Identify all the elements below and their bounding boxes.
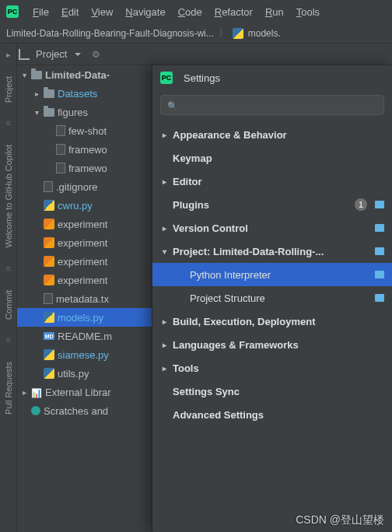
breadcrumb: Limited-Data-Rolling-Bearing-Fault-Diagn…	[0, 23, 392, 44]
side-tab-welcome-to-github-copilot[interactable]: Welcome to GitHub Copilot	[2, 140, 15, 252]
tree-label: experiment	[58, 237, 107, 249]
settings-title: Settings	[184, 72, 220, 84]
text-icon	[44, 181, 53, 192]
project-icon	[19, 49, 30, 60]
pyo-icon	[44, 237, 54, 248]
tree-item[interactable]: framewo	[17, 159, 173, 177]
chevron-right-icon: 〉	[219, 26, 228, 40]
tree-label: experiment	[58, 219, 107, 230]
menu-refactor[interactable]: Refactor	[208, 3, 259, 21]
settings-item[interactable]: Project Structure	[152, 286, 392, 310]
settings-label: Advanced Settings	[173, 409, 264, 421]
tree-item[interactable]: models.py	[17, 308, 173, 327]
tree-item[interactable]: .gitignore	[17, 177, 173, 196]
settings-item[interactable]: Keymap	[152, 146, 392, 170]
settings-item[interactable]: Build, Execution, Deployment	[152, 310, 392, 333]
settings-search-input[interactable]	[183, 100, 377, 110]
menu-view[interactable]: View	[85, 3, 119, 21]
tree-item[interactable]: metadata.tx	[17, 289, 173, 308]
tree-item[interactable]: few-shot	[17, 121, 173, 140]
side-tab-commit[interactable]: Commit	[2, 285, 15, 324]
current-project-icon	[375, 271, 384, 278]
chevron-down-icon[interactable]	[75, 53, 81, 56]
watermark: CSDN @登山望楼	[296, 513, 384, 527]
settings-item[interactable]: Project: Limited-Data-Rolling-...	[152, 240, 392, 263]
tree-item[interactable]: Datasets	[17, 84, 173, 103]
breadcrumb-file[interactable]: models.	[248, 28, 281, 39]
current-project-icon	[375, 247, 384, 255]
tree-item[interactable]: figures	[17, 103, 173, 121]
project-dropdown-label[interactable]: Project	[36, 48, 67, 60]
tree-item[interactable]: experiment	[17, 215, 173, 233]
settings-item[interactable]: Plugins1	[152, 193, 392, 216]
settings-item[interactable]: Appearance & Behavior	[152, 123, 392, 146]
text-icon	[56, 125, 65, 136]
settings-label: Python Interpreter	[190, 269, 271, 281]
side-icon[interactable]: ○	[3, 335, 14, 346]
menu-code[interactable]: Code	[172, 3, 208, 21]
chevron-right-icon	[160, 364, 168, 373]
tree-label: models.py	[58, 312, 103, 324]
breadcrumb-project[interactable]: Limited-Data-Rolling-Bearing-Fault-Diagn…	[6, 28, 214, 39]
project-tree[interactable]: Limited-Data-Datasetsfiguresfew-shotfram…	[17, 65, 173, 532]
menu-tools[interactable]: Tools	[290, 3, 326, 21]
chevron-down-icon[interactable]	[33, 108, 40, 117]
settings-item[interactable]: Editor	[152, 170, 392, 193]
settings-popup: PC Settings Appearance & BehaviorKeymapE…	[152, 65, 392, 532]
settings-label: Project: Limited-Data-Rolling-...	[173, 246, 324, 257]
project-toolbar: Project	[0, 44, 392, 65]
settings-item[interactable]: Languages & Frameworks	[152, 333, 392, 356]
tree-item[interactable]: cwru.py	[17, 196, 173, 215]
tree-item[interactable]: Scratches and	[17, 401, 173, 420]
tree-label: External Librar	[45, 387, 111, 398]
left-gutter: ▸Project○Welcome to GitHub Copilot○Commi…	[0, 44, 17, 532]
side-icon[interactable]: ○	[3, 118, 14, 129]
settings-tree[interactable]: Appearance & BehaviorKeymapEditorPlugins…	[152, 123, 392, 532]
side-icon[interactable]: ○	[3, 264, 14, 275]
pycharm-icon: PC	[6, 5, 19, 18]
tree-item[interactable]: experiment	[17, 252, 173, 271]
menu-file[interactable]: File	[26, 3, 55, 21]
tree-item[interactable]: MDREADME.m	[17, 327, 173, 345]
settings-label: Project Structure	[190, 292, 265, 304]
side-icon[interactable]: ▸	[3, 50, 14, 61]
side-tab-pull-requests[interactable]: Pull Requests	[2, 357, 15, 419]
python-file-icon	[233, 28, 243, 39]
menu-run[interactable]: Run	[259, 3, 290, 21]
tree-item[interactable]: Limited-Data-	[17, 65, 173, 84]
tree-label: siamese.py	[58, 349, 109, 361]
pyo-icon	[44, 219, 54, 229]
chevron-right-icon	[160, 131, 168, 139]
tree-item[interactable]: experiment	[17, 271, 173, 289]
tree-item[interactable]: framewo	[17, 140, 173, 159]
pycharm-icon: PC	[160, 72, 173, 84]
side-tab-project[interactable]: Project	[2, 72, 15, 107]
tree-item[interactable]: experiment	[17, 233, 173, 252]
tree-label: utils.py	[58, 368, 89, 380]
tree-item[interactable]: External Librar	[17, 383, 173, 401]
settings-item[interactable]: Settings Sync	[152, 380, 392, 403]
tree-label: Datasets	[58, 88, 97, 100]
settings-label: Plugins	[173, 199, 209, 211]
tree-item[interactable]: utils.py	[17, 364, 173, 383]
chevron-right-icon[interactable]	[20, 388, 28, 397]
settings-item[interactable]: Tools	[152, 356, 392, 380]
text-icon	[44, 293, 53, 304]
scratch-icon	[31, 406, 40, 415]
settings-label: Languages & Frameworks	[173, 339, 299, 351]
menu-navigate[interactable]: Navigate	[119, 3, 171, 21]
tree-label: framewo	[68, 144, 107, 156]
tree-item[interactable]: siamese.py	[17, 345, 173, 364]
pyo-icon	[44, 275, 54, 285]
py-icon	[44, 312, 54, 323]
chevron-down-icon	[160, 247, 168, 256]
settings-item[interactable]: Python Interpreter	[152, 263, 392, 286]
settings-item[interactable]: Advanced Settings	[152, 403, 392, 426]
chevron-down-icon[interactable]	[20, 71, 28, 79]
chevron-right-icon[interactable]	[33, 89, 40, 98]
gear-icon[interactable]	[92, 48, 100, 60]
settings-item[interactable]: Version Control	[152, 216, 392, 240]
settings-search[interactable]	[160, 95, 384, 115]
menu-edit[interactable]: Edit	[55, 3, 85, 21]
tree-label: experiment	[58, 275, 107, 286]
